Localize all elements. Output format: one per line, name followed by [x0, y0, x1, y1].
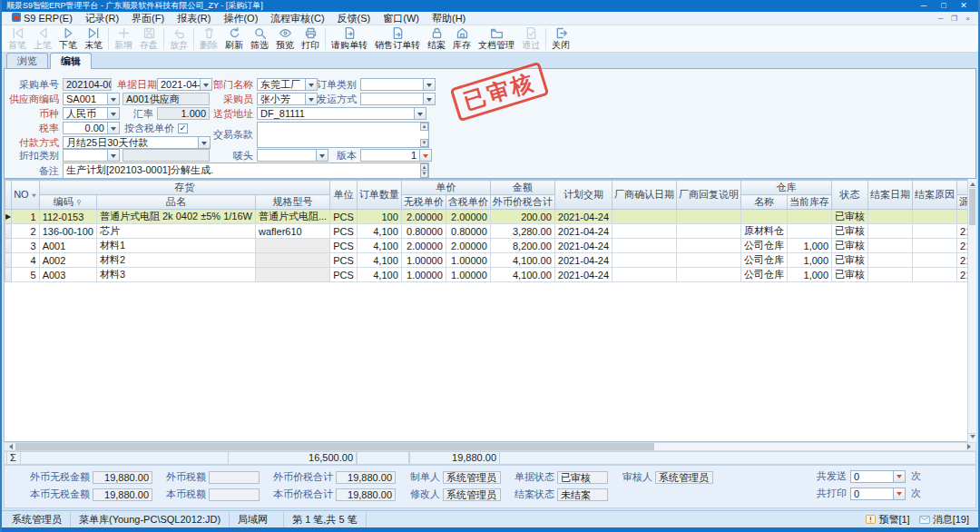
row-indicator[interactable]: ▶	[5, 210, 12, 224]
payment-method-input[interactable]: 月结25日30天付款	[63, 136, 199, 149]
counter-spinner-button[interactable]	[894, 488, 906, 500]
cell-status[interactable]: 已审核	[832, 268, 868, 282]
cell-p1[interactable]: 2.00000	[401, 210, 446, 224]
cell-p2[interactable]: 0.80000	[446, 224, 490, 239]
cell-unit[interactable]: PCS	[330, 224, 358, 239]
order-type-input[interactable]	[360, 78, 424, 91]
toolbar-print-button[interactable]: 打印	[298, 25, 323, 53]
supplier-code-input[interactable]: SA001	[63, 93, 108, 105]
toolbar-next-button[interactable]: 下笔	[55, 25, 81, 53]
cell-stock[interactable]: 1,000	[788, 239, 832, 253]
horizontal-scrollbar[interactable]	[4, 442, 976, 451]
area-scroll-down-icon[interactable]: ▼	[420, 139, 428, 147]
cell-reply[interactable]	[677, 268, 741, 282]
cell-p2[interactable]: 2.00000	[446, 239, 490, 253]
column-header-plan[interactable]: 计划交期	[554, 181, 612, 210]
cell-conf[interactable]	[612, 268, 677, 282]
dropdown-button-doc-date[interactable]	[201, 78, 212, 91]
cell-cdate[interactable]	[868, 268, 913, 282]
menu-app[interactable]: S9 ERP(E)	[5, 13, 79, 24]
menu-item-7[interactable]: 帮助(H)	[426, 12, 472, 25]
cell-creason[interactable]	[913, 210, 957, 224]
cell-unit[interactable]: PCS	[330, 210, 358, 224]
cell-unit[interactable]: PCS	[330, 253, 358, 268]
counter-value[interactable]: 0	[850, 488, 894, 500]
cell-name[interactable]: 材料1	[96, 239, 255, 253]
menu-item-0[interactable]: 记录(R)	[79, 12, 125, 25]
cell-name[interactable]: 材料2	[96, 253, 255, 268]
cell-amt[interactable]: 4,100.00	[490, 268, 554, 282]
cell-status[interactable]: 已审核	[832, 253, 868, 268]
close-button[interactable]	[954, 0, 974, 12]
cell-plan[interactable]: 2021-04-24	[554, 253, 612, 268]
cell-qty[interactable]: 4,100	[357, 239, 401, 253]
cell-plan[interactable]: 2021-04-24	[554, 210, 612, 224]
cell-reply[interactable]	[677, 224, 741, 239]
cell-reply[interactable]	[677, 210, 741, 224]
menu-item-5[interactable]: 反馈(S)	[331, 12, 377, 25]
cell-amt[interactable]: 4,100.00	[490, 253, 554, 268]
scroll-up-icon[interactable]	[968, 179, 976, 188]
cell-conf[interactable]	[612, 253, 677, 268]
table-row[interactable]: ▶1112-0153普通片式电阻 2k 0402 ±5% 1/16W普通片式电阻…	[5, 210, 977, 224]
menu-item-2[interactable]: 报表(R)	[171, 12, 217, 25]
cell-spec[interactable]	[255, 239, 329, 253]
cell-no[interactable]: 4	[12, 253, 40, 268]
cell-name[interactable]: 材料3	[96, 268, 255, 282]
cell-name[interactable]: 普通片式电阻 2k 0402 ±5% 1/16W	[96, 210, 255, 224]
status-alert[interactable]: 预警[1]	[866, 513, 909, 527]
toolbar-transfer-req-button[interactable]: 请购单转	[328, 25, 371, 53]
toolbar-exit-button[interactable]: 关闭	[548, 25, 573, 53]
scroll-left-icon[interactable]	[5, 443, 15, 450]
tab-browse[interactable]: 浏览	[6, 53, 48, 68]
tab-edit[interactable]: 编辑	[50, 53, 92, 69]
cell-no[interactable]: 2	[12, 224, 40, 239]
vertical-scrollbar[interactable]	[967, 179, 976, 442]
cell-qty[interactable]: 4,100	[357, 224, 401, 239]
toolbar-transfer-sales-button[interactable]: 销售订单转	[371, 25, 424, 53]
cell-cdate[interactable]	[868, 239, 913, 253]
column-header-code[interactable]: 编码	[39, 195, 96, 210]
dropdown-button-shipping-mark[interactable]	[317, 149, 328, 162]
discount-type-input[interactable]	[63, 149, 108, 162]
toolbar-refresh-button[interactable]: 刷新	[221, 25, 247, 53]
column-header-status[interactable]: 状态	[832, 181, 868, 210]
scroll-down-icon[interactable]	[968, 433, 976, 442]
cell-stock[interactable]: 1,000	[788, 253, 832, 268]
cell-qty[interactable]: 4,100	[357, 253, 401, 268]
menu-item-4[interactable]: 流程审核(C)	[264, 12, 330, 25]
buyer-input[interactable]: 张小芳	[257, 93, 306, 105]
cell-p1[interactable]: 0.80000	[401, 224, 446, 239]
cell-wh[interactable]	[741, 210, 788, 224]
dropdown-button-payment-method[interactable]	[199, 136, 211, 149]
cell-status[interactable]: 已审核	[832, 224, 868, 239]
delivery-address-input[interactable]: DF_81111	[257, 107, 415, 120]
counter-spinner-button[interactable]	[894, 470, 906, 483]
doc-date-input[interactable]: 2021-04-22	[157, 78, 201, 91]
column-header-reply[interactable]: 厂商回复说明	[677, 181, 741, 210]
cell-conf[interactable]	[612, 224, 677, 239]
menu-item-3[interactable]: 操作(O)	[217, 12, 264, 25]
horizontal-scroll-thumb[interactable]	[15, 443, 654, 450]
trade-terms-textarea[interactable]: ▲▼	[257, 122, 429, 148]
cell-p2[interactable]: 1.00000	[446, 268, 490, 282]
tax-rate-input[interactable]: 0.00	[63, 122, 108, 134]
cell-p1[interactable]: 1.00000	[401, 253, 446, 268]
cell-amt[interactable]: 3,280.00	[490, 224, 554, 239]
menu-item-1[interactable]: 界面(F)	[125, 12, 171, 25]
cell-amt[interactable]: 8,200.00	[490, 239, 554, 253]
table-row[interactable]: 3A001材料1PCS4,1002.000002.000008,200.0020…	[5, 239, 977, 253]
cell-status[interactable]: 已审核	[832, 210, 868, 224]
dropdown-button-order-type[interactable]	[424, 78, 436, 91]
column-header-wh[interactable]: 名称	[741, 195, 788, 210]
tax-included-checkbox[interactable]: ✓	[178, 123, 188, 133]
column-header-qty[interactable]: 订单数量	[357, 181, 401, 210]
toolbar-preview-button[interactable]: 预览	[272, 25, 298, 53]
sort-icon[interactable]	[31, 190, 37, 201]
cell-plan[interactable]: 2021-04-24	[554, 224, 612, 239]
cell-creason[interactable]	[913, 224, 957, 239]
area-scroll-down-icon[interactable]: ▼	[420, 170, 428, 178]
cell-wh[interactable]: 原材料仓	[741, 224, 788, 239]
cell-qty[interactable]: 4,100	[357, 268, 401, 282]
mdi-minimize-icon[interactable]: ─	[934, 15, 947, 23]
